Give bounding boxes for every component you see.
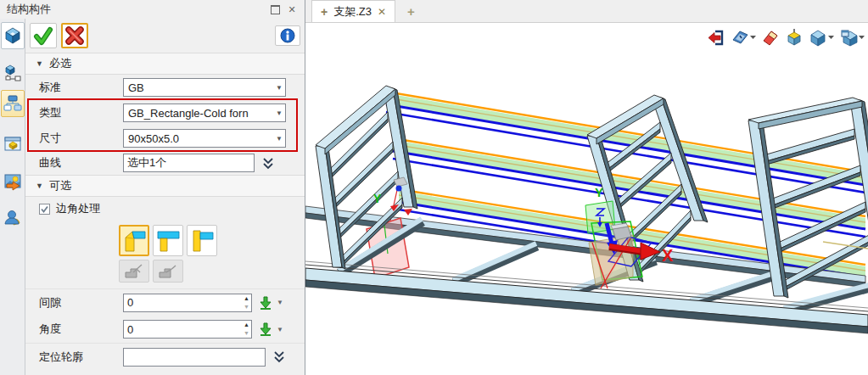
manager-icon-strip <box>0 19 25 375</box>
trim-option-a[interactable] <box>119 260 149 283</box>
sidebar-item-history[interactable] <box>1 90 25 117</box>
angle-spinner[interactable]: ▲▼ <box>244 322 249 336</box>
axis-y-label-left: Y <box>373 192 382 205</box>
profile-label: 定位轮廓 <box>39 350 123 365</box>
view-window-icon <box>3 135 22 154</box>
profile-input[interactable] <box>123 348 266 367</box>
butt-vertical-icon <box>190 229 214 252</box>
restore-icon <box>271 5 280 14</box>
corner-treatment-checkbox[interactable] <box>39 204 50 215</box>
corner-treatment-label: 边角处理 <box>56 201 100 216</box>
axis-x-label: X <box>662 246 674 265</box>
info-icon <box>280 28 295 43</box>
field-row-standard: 标准 GB ▼ <box>25 75 305 100</box>
chevron-down-icon[interactable]: ▼ <box>277 299 283 306</box>
corner-option-butt-vertical[interactable] <box>187 225 217 256</box>
section-optional[interactable]: ▼ 可选 <box>25 175 305 197</box>
command-toolbar <box>25 19 305 53</box>
check-icon <box>32 25 54 47</box>
chevron-down-icon[interactable]: ▼ <box>277 326 283 333</box>
eraser-button[interactable] <box>760 27 781 48</box>
chevron-down-icon: ▼ <box>274 109 283 117</box>
inherit-value-icon[interactable] <box>257 294 274 311</box>
corner-trim-group <box>25 260 305 288</box>
tab-close-icon[interactable]: ✕ <box>378 6 386 18</box>
field-row-gap: 间隙 ▲▼ ▼ <box>25 288 305 316</box>
ok-button[interactable] <box>30 23 57 48</box>
render-image-icon <box>3 172 22 191</box>
structural-member-panel: 结构构件 ✕ <box>0 0 305 375</box>
exit-icon <box>707 28 725 47</box>
corner-treatment-row: 边角处理 <box>25 197 305 221</box>
type-combobox[interactable]: GB_Rectangle-Cold forn ▼ <box>123 104 286 122</box>
field-row-profile: 定位轮廓 <box>25 343 305 370</box>
type-value: GB_Rectangle-Cold forn <box>128 107 274 120</box>
panel-restore-button[interactable] <box>269 3 281 15</box>
chevron-down-icon: ▼ <box>274 135 283 143</box>
chevron-down-icon: ▼ <box>274 84 283 92</box>
panel-titlebar: 结构构件 ✕ <box>0 0 305 19</box>
field-row-curve: 曲线 <box>25 151 305 175</box>
window-cube-button[interactable] <box>838 27 865 48</box>
exit-button[interactable] <box>706 27 726 48</box>
window-cube-icon <box>839 28 865 47</box>
3d-viewport[interactable]: X Y Y <box>305 23 868 375</box>
sidebar-item-view[interactable] <box>1 131 25 158</box>
gap-label: 间隙 <box>39 295 123 311</box>
info-button[interactable] <box>275 25 300 46</box>
standard-label: 标准 <box>39 80 123 95</box>
gap-spinner[interactable]: ▲▼ <box>244 295 249 310</box>
standard-combobox[interactable]: GB ▼ <box>123 78 286 97</box>
size-label: 尺寸 <box>39 131 123 146</box>
cube-icon <box>3 26 22 45</box>
collapse-arrow-icon: ▼ <box>36 182 43 190</box>
view-plane-button[interactable] <box>730 27 757 48</box>
collapse-arrow-icon: ▼ <box>36 59 43 68</box>
viewport-toolbar <box>706 27 865 48</box>
tab-title: 支架.Z3 <box>333 4 372 20</box>
document-modified-icon: + <box>321 5 328 19</box>
field-row-type: 类型 GB_Rectangle-Cold forn ▼ <box>25 100 305 126</box>
section-required[interactable]: ▼ 必选 <box>25 53 305 75</box>
pin-cube-icon <box>785 28 804 47</box>
assembly-tree-icon <box>3 64 22 82</box>
expand-double-chevron-icon[interactable] <box>261 157 275 170</box>
curve-input[interactable] <box>123 154 255 172</box>
main-area: + 支架.Z3 ✕ + <box>305 0 868 375</box>
panel-close-button[interactable]: ✕ <box>286 3 298 15</box>
trim-corner-icon <box>123 262 145 281</box>
sidebar-item-shape[interactable] <box>1 22 25 49</box>
curve-label: 曲线 <box>39 155 123 171</box>
gap-input[interactable] <box>123 294 252 312</box>
corner-option-miter[interactable] <box>119 225 149 256</box>
field-row-angle: 角度 ▲▼ ▼ <box>25 316 305 343</box>
field-row-size: 尺寸 90x50x5.0 ▼ <box>25 126 305 151</box>
corner-option-butt-horizontal[interactable] <box>153 225 183 256</box>
size-value: 90x50x5.0 <box>128 132 274 145</box>
cancel-x-icon <box>64 25 85 46</box>
check-icon <box>40 204 49 214</box>
scene-canvas[interactable]: X Y Y <box>305 23 868 375</box>
expand-double-chevron-icon[interactable] <box>272 350 286 363</box>
section-optional-label: 可选 <box>49 178 71 193</box>
pin-cube-button[interactable] <box>784 27 804 48</box>
size-combobox[interactable]: 90x50x5.0 ▼ <box>123 129 286 148</box>
inherit-value-icon[interactable] <box>257 321 274 338</box>
angle-input[interactable] <box>123 320 252 339</box>
sidebar-item-visualize[interactable] <box>1 168 25 195</box>
sidebar-item-role[interactable] <box>1 204 25 231</box>
document-tabbar: + 支架.Z3 ✕ + <box>305 0 868 23</box>
sidebar-item-assembly[interactable] <box>1 59 25 87</box>
cancel-button[interactable] <box>61 23 88 48</box>
view-plane-icon <box>731 28 756 47</box>
axis-y-label: Y <box>595 185 603 199</box>
trim-corner-round-icon <box>157 262 179 281</box>
trim-option-b[interactable] <box>153 260 183 283</box>
tab-document[interactable]: + 支架.Z3 ✕ <box>311 0 395 22</box>
zw3d-application: 结构构件 ✕ <box>0 0 868 375</box>
panel-title: 结构构件 <box>7 2 264 17</box>
history-manager-icon <box>3 94 22 113</box>
new-tab-button[interactable]: + <box>407 0 415 22</box>
miter-corner-icon <box>122 229 146 252</box>
display-mode-button[interactable] <box>808 27 835 48</box>
